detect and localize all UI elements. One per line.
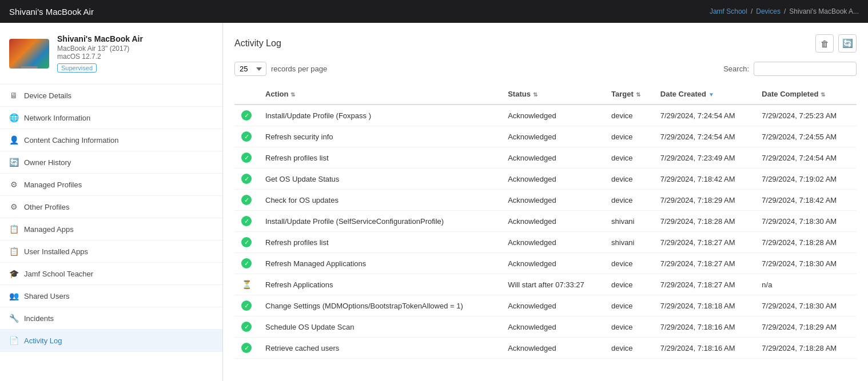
search-group: Search: — [723, 62, 857, 76]
device-header: Shivani's MacBook Air MacBook Air 13" (2… — [0, 23, 222, 85]
cell-action: Refresh profiles list — [258, 147, 501, 169]
sidebar-item-label: Content Caching Information — [24, 136, 118, 145]
cell-date_created: 7/29/2024, 7:18:42 AM — [654, 169, 755, 190]
sidebar-item-label: Managed Profiles — [24, 181, 82, 189]
sidebar-item-label: Jamf School Teacher — [24, 270, 93, 278]
col-header-status[interactable]: Status⇅ — [501, 84, 604, 105]
section-header: Activity Log 🗑 🔄 — [234, 34, 857, 53]
cell-status: Acknowledged — [501, 105, 604, 126]
search-input[interactable] — [754, 62, 857, 76]
status-icon-green: ✓ — [241, 195, 252, 205]
status-icon-cell: ✓ — [234, 232, 258, 253]
layout: Shivani's MacBook Air MacBook Air 13" (2… — [0, 23, 868, 381]
breadcrumb-devices[interactable]: Devices — [756, 7, 781, 15]
sidebar-item-shared-users[interactable]: 👥 Shared Users — [0, 285, 222, 307]
user-installed-apps-icon: 📋 — [9, 247, 18, 256]
status-icon-green: ✓ — [241, 131, 252, 142]
sidebar-item-user-installed-apps[interactable]: 📋 User Installed Apps — [0, 240, 222, 263]
cell-date_completed: 7/29/2024, 7:18:42 AM — [755, 190, 857, 211]
incidents-icon: 🔧 — [9, 314, 18, 323]
search-label: Search: — [723, 65, 749, 73]
status-icon-cell: ✓ — [234, 253, 258, 274]
sidebar-item-managed-apps[interactable]: 📋 Managed Apps — [0, 218, 222, 240]
refresh-button[interactable]: 🔄 — [838, 34, 857, 53]
sidebar-item-content-caching[interactable]: 👤 Content Caching Information — [0, 129, 222, 151]
col-header-date_completed[interactable]: Date Completed⇅ — [755, 84, 857, 105]
sidebar-item-activity-log[interactable]: 📄 Activity Log — [0, 330, 222, 352]
records-per-page-group: 102550100 records per page — [234, 62, 327, 76]
owner-history-icon: 🔄 — [9, 158, 18, 167]
cell-target: shivani — [604, 211, 654, 232]
per-page-select[interactable]: 102550100 — [234, 62, 266, 76]
cell-action: Refresh security info — [258, 126, 501, 147]
sidebar-item-owner-history[interactable]: 🔄 Owner History — [0, 151, 222, 174]
sidebar-item-jamf-school-teacher[interactable]: 🎓 Jamf School Teacher — [0, 263, 222, 285]
status-icon-green: ✓ — [241, 110, 252, 121]
sidebar-item-label: Other Profiles — [24, 203, 69, 211]
cell-status: Acknowledged — [501, 169, 604, 190]
col-header-target[interactable]: Target⇅ — [604, 84, 654, 105]
status-icon-green: ✓ — [241, 237, 252, 247]
status-icon-green: ✓ — [241, 258, 252, 268]
status-icon-cell: ✓ — [234, 338, 258, 359]
table-row: ⏳Refresh ApplicationsWill start after 07… — [234, 274, 857, 295]
sort-icon-date_completed: ⇅ — [821, 91, 825, 98]
table-row: ✓Schedule OS Update ScanAcknowledgeddevi… — [234, 316, 857, 338]
cell-status: Will start after 07:33:27 — [501, 274, 604, 295]
col-label-date_created: Date Created — [660, 90, 706, 98]
col-label-action: Action — [265, 90, 288, 98]
table-row: ✓Change Settings (MDMOptions/BootstrapTo… — [234, 295, 857, 316]
cell-date_created: 7/29/2024, 7:18:18 AM — [654, 295, 755, 316]
col-header-date_created[interactable]: Date Created▼ — [654, 84, 755, 105]
breadcrumb-jamf[interactable]: Jamf School — [710, 7, 747, 15]
cell-target: device — [604, 126, 654, 147]
status-icon-green: ✓ — [241, 300, 252, 311]
delete-button[interactable]: 🗑 — [815, 34, 834, 53]
status-icon-green: ✓ — [241, 322, 252, 332]
sidebar-item-managed-profiles[interactable]: ⚙ Managed Profiles — [0, 174, 222, 196]
cell-date_completed: 7/29/2024, 7:25:23 AM — [755, 105, 857, 126]
cell-action: Refresh Managed Applications — [258, 253, 501, 274]
breadcrumb-sep2: / — [784, 7, 786, 15]
sidebar-item-incidents[interactable]: 🔧 Incidents — [0, 307, 222, 330]
top-bar: Shivani's MacBook Air Jamf School / Devi… — [0, 0, 868, 23]
sidebar-item-label: Device Details — [24, 91, 71, 100]
device-info: Shivani's MacBook Air MacBook Air 13" (2… — [57, 34, 143, 73]
cell-target: device — [604, 253, 654, 274]
cell-date_created: 7/29/2024, 7:18:27 AM — [654, 274, 755, 295]
sidebar-item-label: Owner History — [24, 158, 71, 167]
sidebar-item-device-details[interactable]: 🖥 Device Details — [0, 85, 222, 107]
sort-icon-target: ⇅ — [636, 91, 640, 98]
cell-status: Acknowledged — [501, 190, 604, 211]
col-label-status: Status — [508, 90, 531, 98]
cell-date_created: 7/29/2024, 7:18:27 AM — [654, 253, 755, 274]
cell-date_created: 7/29/2024, 7:24:54 AM — [654, 126, 755, 147]
sidebar-item-label: Incidents — [24, 314, 54, 323]
cell-status: Acknowledged — [501, 147, 604, 169]
managed-apps-icon: 📋 — [9, 224, 18, 234]
device-image — [9, 39, 49, 69]
main-content: Activity Log 🗑 🔄 102550100 records per p… — [223, 23, 868, 381]
cell-date_completed: 7/29/2024, 7:24:54 AM — [755, 147, 857, 169]
cell-date_completed: 7/29/2024, 7:24:55 AM — [755, 126, 857, 147]
activity-log-table: Action⇅Status⇅Target⇅Date Created▼Date C… — [234, 84, 857, 359]
cell-target: device — [604, 295, 654, 316]
cell-action: Install/Update Profile (Foxpass ) — [258, 105, 501, 126]
status-icon-cell: ⏳ — [234, 274, 258, 295]
sidebar-item-network-information[interactable]: 🌐 Network Information — [0, 107, 222, 129]
cell-date_created: 7/29/2024, 7:18:29 AM — [654, 190, 755, 211]
cell-status: Acknowledged — [501, 338, 604, 359]
sidebar-item-other-profiles[interactable]: ⚙ Other Profiles — [0, 196, 222, 218]
cell-target: device — [604, 316, 654, 338]
other-profiles-icon: ⚙ — [9, 202, 18, 211]
table-row: ✓Refresh profiles listAcknowledgedshivan… — [234, 232, 857, 253]
cell-date_created: 7/29/2024, 7:18:16 AM — [654, 316, 755, 338]
status-icon-cell: ✓ — [234, 105, 258, 126]
table-row: ✓Refresh profiles listAcknowledgeddevice… — [234, 147, 857, 169]
device-os: macOS 12.7.2 — [57, 53, 143, 61]
table-controls: 102550100 records per page Search: — [234, 62, 857, 76]
cell-action: Schedule OS Update Scan — [258, 316, 501, 338]
col-header-action[interactable]: Action⇅ — [258, 84, 501, 105]
cell-date_created: 7/29/2024, 7:23:49 AM — [654, 147, 755, 169]
table-row: ✓Install/Update Profile (SelfServiceConf… — [234, 211, 857, 232]
